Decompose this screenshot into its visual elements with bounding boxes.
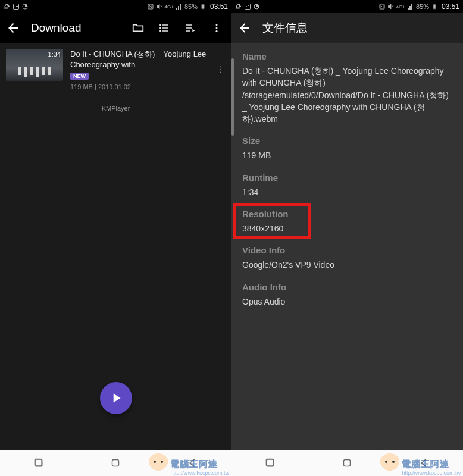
phone-left: 4G+ 85% 03:51 Download xyxy=(0,0,232,476)
value-size: 119 MB xyxy=(242,149,455,161)
svg-point-6 xyxy=(159,24,161,26)
network-type: 4G+ xyxy=(165,4,174,10)
queue-button[interactable] xyxy=(184,21,197,35)
svg-rect-22 xyxy=(433,5,435,8)
download-item[interactable]: 1:34 Do It - CHUNGHA (청하) _ Yoojung Lee … xyxy=(0,45,232,94)
svg-rect-26 xyxy=(344,460,351,466)
status-clock: 03:51 xyxy=(442,2,459,11)
volume-mute-icon xyxy=(387,3,395,10)
svg-point-8 xyxy=(159,30,161,32)
signal-icon xyxy=(176,3,183,10)
svg-point-10 xyxy=(216,27,218,29)
page-title: 文件信息 xyxy=(262,20,457,36)
value-runtime: 1:34 xyxy=(242,186,455,198)
label-runtime: Runtime xyxy=(242,173,455,183)
phone-right: 4G+ 85% 03:51 文件信息 Name Do It - CHUNGHA … xyxy=(232,0,463,476)
svg-point-12 xyxy=(220,66,221,67)
svg-point-9 xyxy=(216,24,218,26)
video-meta: 119 MB | 2019.01.02 xyxy=(70,83,208,90)
title-bar: Download xyxy=(0,13,232,43)
battery-icon xyxy=(431,3,438,10)
play-fab[interactable] xyxy=(100,382,132,414)
label-videoinfo: Video Info xyxy=(242,245,455,255)
more-button[interactable] xyxy=(210,21,223,35)
back-button[interactable] xyxy=(237,21,252,35)
battery-icon xyxy=(199,3,207,10)
label-size: Size xyxy=(242,136,455,146)
screenshot-icon xyxy=(12,3,20,10)
value-name: Do It - CHUNGHA (청하) _ Yoojung Lee Chore… xyxy=(242,65,455,125)
file-info: Name Do It - CHUNGHA (청하) _ Yoojung Lee … xyxy=(232,43,463,450)
screenshot-icon xyxy=(244,3,251,10)
back-button[interactable] xyxy=(6,21,20,35)
page-title: Download xyxy=(31,21,121,35)
nav-recents[interactable] xyxy=(24,454,54,472)
label-resolution: Resolution xyxy=(242,209,455,219)
nav-bar: 電腦王阿達 http://www.kocpc.com.tw xyxy=(232,450,463,476)
nfc-icon xyxy=(378,3,386,10)
nfc-icon xyxy=(147,3,154,10)
nav-recents[interactable] xyxy=(255,454,285,472)
new-badge: NEW xyxy=(70,73,89,80)
item-more-button[interactable] xyxy=(215,49,226,90)
video-duration: 1:34 xyxy=(48,51,61,58)
value-resolution: 3840x2160 xyxy=(242,223,455,234)
svg-point-14 xyxy=(220,72,221,73)
svg-point-13 xyxy=(220,69,221,70)
status-bar: 4G+ 85% 03:51 xyxy=(0,0,232,13)
video-title: Do It - CHUNGHA (청하) _ Yoojung Lee Chore… xyxy=(70,49,208,70)
signal-icon xyxy=(407,3,414,10)
nav-home[interactable] xyxy=(101,454,130,472)
drive-icon xyxy=(4,3,11,10)
drive-icon xyxy=(235,3,242,10)
svg-point-11 xyxy=(216,30,218,32)
volume-mute-icon xyxy=(156,3,163,10)
value-videoinfo: Google/On2's VP9 Video xyxy=(242,259,455,271)
value-audioinfo: Opus Audio xyxy=(242,296,455,308)
video-thumbnail: 1:34 xyxy=(6,49,63,81)
nav-back[interactable] xyxy=(409,454,439,472)
folder-button[interactable] xyxy=(132,21,145,35)
network-type: 4G+ xyxy=(396,4,405,10)
photos-icon xyxy=(21,3,29,10)
brand-label: KMPlayer xyxy=(0,105,232,112)
photos-icon xyxy=(253,3,260,10)
nav-bar: 電腦王阿達 http://www.kocpc.com.tw xyxy=(0,450,232,476)
status-clock: 03:51 xyxy=(210,2,228,11)
download-list: 1:34 Do It - CHUNGHA (청하) _ Yoojung Lee … xyxy=(0,43,232,450)
scroll-indicator[interactable] xyxy=(232,58,234,136)
nav-back[interactable] xyxy=(178,454,208,472)
label-name: Name xyxy=(242,51,455,61)
battery-percent: 85% xyxy=(416,3,429,10)
svg-point-7 xyxy=(159,27,161,29)
label-audioinfo: Audio Info xyxy=(242,282,455,292)
battery-percent: 85% xyxy=(184,3,198,10)
nav-home[interactable] xyxy=(332,454,362,472)
svg-rect-23 xyxy=(434,4,435,4)
list-button[interactable] xyxy=(158,21,171,35)
svg-rect-17 xyxy=(112,460,119,466)
title-bar: 文件信息 xyxy=(232,13,463,43)
status-bar: 4G+ 85% 03:51 xyxy=(232,0,463,13)
svg-rect-5 xyxy=(202,4,204,4)
svg-rect-4 xyxy=(202,5,204,8)
